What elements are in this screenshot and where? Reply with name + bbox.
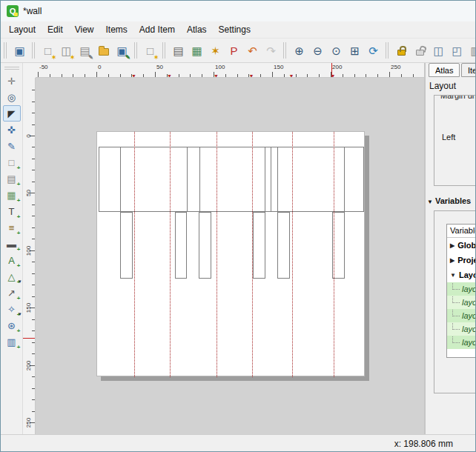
refresh-icon[interactable]: ⟳ (365, 41, 382, 60)
redo-icon[interactable]: ↷ (262, 41, 280, 60)
raise-items-icon[interactable]: ▥▾ (467, 41, 476, 60)
export-pdf-icon[interactable]: P (225, 41, 242, 60)
variables-box: Variable ▶Global▶Project▼Layoutlayout_dp… (434, 210, 476, 393)
toolbar-grip (4, 42, 7, 59)
add-html-glyph: ⊛ (7, 321, 16, 330)
ungroup-items-icon[interactable]: ◰ (449, 41, 466, 60)
pan-layout-icon[interactable]: ✛ (3, 73, 21, 89)
wall-plate-band[interactable] (99, 147, 364, 212)
edit-nodes-item-icon[interactable]: ✎ (3, 138, 21, 154)
add-legend-icon[interactable]: ≡+ (3, 219, 21, 236)
add-scalebar-glyph: ▬ (7, 239, 16, 249)
variables-table-header: Variable (447, 225, 476, 238)
add-attribute-table-icon[interactable]: ▥+ (3, 333, 21, 350)
add-arrow-icon[interactable]: ↗+ (3, 285, 21, 301)
group-items-glyph: ◫ (433, 45, 443, 56)
duplicate-layout-icon[interactable]: ◫✶ (58, 41, 75, 60)
save-as-icon[interactable]: ▣✎ (113, 41, 130, 60)
add-label-icon[interactable]: T+ (3, 203, 21, 219)
move-item-content-icon[interactable]: ✜ (3, 122, 21, 138)
export-image-icon[interactable]: ▦ (188, 41, 205, 60)
add-label-glyph: T (9, 207, 15, 216)
add-3d-map-icon[interactable]: ▤+ (3, 170, 21, 187)
wall-stud-rect[interactable] (253, 212, 265, 279)
new-layout-icon[interactable]: □✶ (39, 41, 56, 60)
variables-group-layout[interactable]: ▼Layout (447, 267, 476, 282)
export-image-glyph: ▦ (191, 45, 202, 56)
variables-group-project[interactable]: ▶Project (447, 253, 476, 267)
open-layout-icon[interactable] (95, 41, 112, 60)
variable-row[interactable]: layout_numpages (447, 309, 476, 322)
add-node-item-glyph: ✧ (7, 305, 16, 314)
export-svg-icon[interactable]: ✶ (207, 41, 224, 60)
print-icon[interactable]: ▤ (170, 41, 187, 60)
layout-guide[interactable] (334, 132, 334, 377)
add-node-item-icon[interactable]: ✧+▾ (3, 301, 21, 317)
add-shape-icon[interactable]: △+▾ (3, 268, 21, 285)
lock-items-icon[interactable] (393, 41, 410, 60)
wall-stud-rect[interactable] (199, 212, 211, 279)
layout-manager-icon[interactable]: ▤✎ (76, 41, 93, 60)
add-pages-glyph: □ (147, 45, 153, 56)
save-layout-icon[interactable]: ▣ (11, 41, 28, 60)
variables-group-global[interactable]: ▶Global (447, 238, 476, 253)
new-layout-glyph: □ (44, 45, 51, 56)
undo-icon[interactable]: ↶ (244, 41, 261, 60)
variables-section-header[interactable]: ▼Variables (427, 196, 471, 205)
select-move-item-icon[interactable]: ◤ (3, 105, 21, 122)
zoom-out-icon[interactable]: ⊖ (309, 41, 326, 60)
zoom-actual-icon[interactable]: ⊙ (328, 41, 345, 60)
menu-view[interactable]: View (69, 22, 100, 37)
zoom-full-icon[interactable]: ⊞ (346, 41, 363, 60)
menu-edit[interactable]: Edit (42, 22, 69, 37)
title-bar[interactable]: Q *wall (1, 1, 476, 21)
add-arrow-glyph: ↗ (7, 288, 16, 298)
group-items-icon[interactable]: ◫ (430, 41, 447, 60)
layout-guide[interactable] (292, 132, 293, 377)
vertical-ruler[interactable]: 050100150200250 (23, 78, 36, 434)
menu-add-item[interactable]: Add Item (133, 22, 181, 37)
toolbar-grip (283, 42, 286, 59)
variable-row[interactable]: layout_page (447, 322, 476, 336)
layout-page[interactable] (96, 131, 365, 376)
wall-stud-rect[interactable] (120, 212, 133, 279)
menu-atlas[interactable]: Atlas (181, 22, 213, 37)
menu-layout[interactable]: Layout (3, 22, 42, 37)
toolbar-grip (386, 42, 389, 59)
collapse-triangle-icon: ▼ (427, 199, 433, 205)
redo-glyph: ↷ (266, 45, 276, 56)
add-3d-map-glyph: ▤ (7, 174, 16, 184)
qgis-logo-icon: Q (7, 5, 19, 17)
wall-stud-rect[interactable] (175, 212, 187, 279)
unlock-glyph (416, 50, 424, 56)
qgis-layout-window: Q *wall LayoutEditViewItemsAdd ItemAtlas… (0, 0, 476, 452)
add-picture-icon[interactable]: ▦+ (3, 187, 21, 203)
add-pages-icon[interactable]: □✶ (142, 41, 159, 60)
variable-row[interactable]: layout_pageheight (447, 336, 476, 349)
wall-stud-rect[interactable] (277, 212, 290, 279)
panel-title: Layout (429, 81, 456, 91)
add-north-arrow-icon[interactable]: A+ (3, 252, 21, 268)
variable-row[interactable]: layout_name (447, 296, 476, 309)
layout-canvas[interactable] (36, 78, 424, 434)
unlock-items-icon[interactable] (411, 41, 429, 60)
variable-row[interactable]: layout_dpi (447, 282, 476, 296)
menu-settings[interactable]: Settings (213, 22, 257, 37)
layout-guide[interactable] (170, 132, 171, 377)
add-html-icon[interactable]: ⊛+ (3, 317, 21, 333)
menu-items[interactable]: Items (100, 22, 133, 37)
tab-atlas[interactable]: Atlas (429, 63, 460, 77)
add-scalebar-icon[interactable]: ▬+ (3, 236, 21, 252)
ungroup-items-glyph: ◰ (452, 45, 462, 56)
toolbar-grip (32, 42, 35, 59)
zoom-in-icon[interactable]: ⊕ (291, 41, 308, 60)
horizontal-ruler[interactable]: -50050100150200250▼▼▼▼▼▼ (36, 63, 424, 78)
layout-guide[interactable] (134, 132, 135, 377)
tab-items[interactable]: Items (461, 63, 476, 77)
layout-guide[interactable] (216, 132, 217, 377)
ruler-corner (23, 63, 36, 78)
layout-guide[interactable] (252, 132, 253, 377)
clipped-margin-label: Margin units (440, 96, 476, 101)
zoom-tool-icon[interactable]: ◎ (3, 89, 21, 105)
add-map-icon[interactable]: □+ (3, 154, 21, 170)
